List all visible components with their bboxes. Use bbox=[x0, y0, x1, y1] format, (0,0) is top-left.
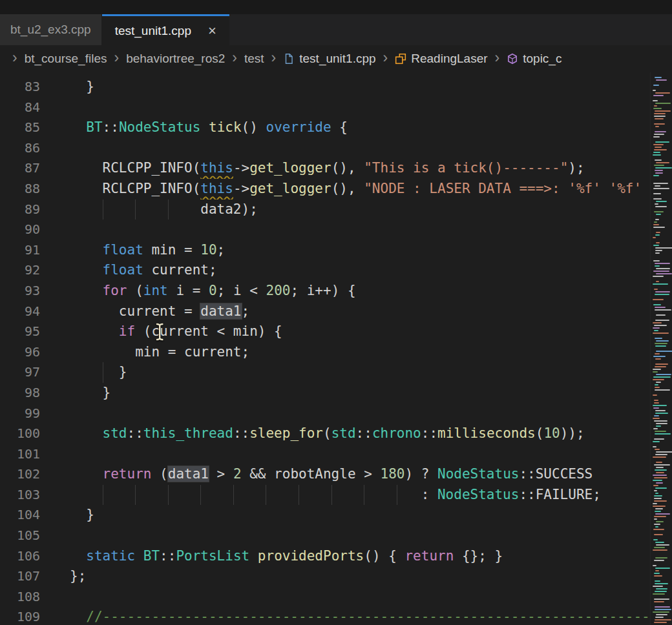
code-line-84[interactable]: 84 bbox=[0, 97, 672, 118]
code-line-109[interactable]: 109 //----------------------------------… bbox=[0, 607, 672, 625]
ibeam-cursor bbox=[155, 323, 165, 343]
indent-guide bbox=[299, 485, 299, 506]
code-line-105[interactable]: 105 bbox=[0, 526, 672, 546]
indent-guide bbox=[331, 485, 332, 506]
line-number[interactable]: 105 bbox=[0, 526, 40, 546]
line-number[interactable]: 93 bbox=[0, 281, 40, 302]
line-number[interactable]: 101 bbox=[0, 444, 40, 465]
indent-guide bbox=[103, 362, 103, 383]
code-line-106[interactable]: 106 static BT::PortsList providedPorts()… bbox=[0, 546, 672, 567]
line-number[interactable]: 104 bbox=[0, 505, 40, 526]
breadcrumb-item-test_unit1.cpp[interactable]: test_unit1.cpp bbox=[283, 52, 375, 66]
tab-label: test_unit1.cpp bbox=[115, 24, 191, 38]
code-line-89[interactable]: 89 data2); bbox=[0, 200, 672, 220]
line-number[interactable]: 89 bbox=[0, 200, 40, 220]
code-line-83[interactable]: 83 } bbox=[0, 77, 672, 97]
breadcrumb-label: ReadingLaser bbox=[411, 52, 487, 66]
code-editor[interactable]: 83 }8485 BT::NodeStatus tick() override … bbox=[0, 72, 672, 625]
breadcrumb: ›bt_course_files›behaviortree_ros2›test›… bbox=[0, 45, 672, 72]
code-line-95[interactable]: 95 if (current < min) { bbox=[0, 322, 672, 342]
line-number[interactable]: 99 bbox=[0, 404, 40, 424]
line-number[interactable]: 98 bbox=[0, 383, 40, 404]
minimap[interactable] bbox=[650, 72, 672, 625]
line-number[interactable]: 108 bbox=[0, 587, 40, 608]
line-number[interactable]: 94 bbox=[0, 302, 40, 322]
code-line-87[interactable]: 87 RCLCPP_INFO(this->get_logger(), "This… bbox=[0, 158, 672, 179]
chevron-right-icon: › bbox=[383, 50, 388, 65]
line-number[interactable]: 84 bbox=[0, 97, 40, 118]
line-number[interactable]: 85 bbox=[0, 118, 40, 138]
line-number[interactable]: 91 bbox=[0, 240, 40, 261]
code-line-102[interactable]: 102 return (data1 > 2 && robotAngle > 18… bbox=[0, 464, 672, 485]
tab-label: bt_u2_ex3.cpp bbox=[10, 23, 91, 37]
indent-guide bbox=[168, 485, 169, 506]
titlebar-strip bbox=[0, 0, 672, 14]
line-number[interactable]: 97 bbox=[0, 362, 40, 383]
line-number[interactable]: 95 bbox=[0, 322, 40, 342]
code-line-85[interactable]: 85 BT::NodeStatus tick() override { bbox=[0, 118, 672, 138]
breadcrumb-label: bt_course_files bbox=[25, 52, 107, 66]
chevron-right-icon: › bbox=[271, 50, 277, 65]
breadcrumb-label: test_unit1.cpp bbox=[299, 52, 375, 66]
chevron-right-icon: › bbox=[232, 50, 237, 65]
indent-guide bbox=[168, 200, 169, 220]
indent-guide bbox=[103, 485, 103, 506]
chevron-right-icon: › bbox=[12, 50, 17, 65]
tab-bar: bt_u2_ex3.cpp test_unit1.cpp × bbox=[0, 14, 672, 45]
code-line-88[interactable]: 88 RCLCPP_INFO(this->get_logger(), "NODE… bbox=[0, 179, 672, 200]
line-number[interactable]: 100 bbox=[0, 424, 40, 444]
class-symbol-icon bbox=[395, 53, 406, 65]
code-line-86[interactable]: 86 bbox=[0, 138, 672, 159]
code-line-107[interactable]: 107}; bbox=[0, 566, 672, 587]
indent-guide bbox=[233, 485, 234, 506]
line-number[interactable]: 109 bbox=[0, 607, 40, 625]
file-symbol-icon bbox=[283, 53, 295, 65]
line-number[interactable]: 107 bbox=[0, 566, 40, 587]
line-number[interactable]: 106 bbox=[0, 546, 40, 567]
code-line-104[interactable]: 104 } bbox=[0, 505, 672, 526]
indent-guide bbox=[135, 200, 136, 220]
breadcrumb-item-ReadingLaser[interactable]: ReadingLaser bbox=[395, 52, 487, 66]
line-number[interactable]: 103 bbox=[0, 485, 40, 506]
code-line-93[interactable]: 93 for (int i = 0; i < 200; i++) { bbox=[0, 281, 672, 302]
indent-guide bbox=[266, 485, 266, 506]
line-number[interactable]: 102 bbox=[0, 464, 40, 485]
code-line-100[interactable]: 100 std::this_thread::sleep_for(std::chr… bbox=[0, 424, 672, 444]
line-number[interactable]: 88 bbox=[0, 179, 40, 200]
breadcrumb-item-bt_course_files[interactable]: bt_course_files bbox=[25, 52, 107, 66]
tab-bt_u2_ex3[interactable]: bt_u2_ex3.cpp bbox=[0, 14, 102, 45]
line-number[interactable]: 92 bbox=[0, 260, 40, 281]
code-line-96[interactable]: 96 min = current; bbox=[0, 342, 672, 363]
code-line-90[interactable]: 90 bbox=[0, 220, 672, 240]
breadcrumb-label: test bbox=[244, 52, 264, 66]
indent-guide bbox=[200, 485, 201, 506]
line-number[interactable]: 96 bbox=[0, 342, 40, 363]
code-line-91[interactable]: 91 float min = 10; bbox=[0, 240, 672, 261]
indent-guide bbox=[135, 485, 136, 506]
code-line-103[interactable]: 103 : NodeStatus::FAILURE; bbox=[0, 485, 672, 506]
code-line-108[interactable]: 108 bbox=[0, 587, 672, 608]
code-line-92[interactable]: 92 float current; bbox=[0, 260, 672, 281]
code-line-99[interactable]: 99 bbox=[0, 404, 672, 424]
vscode-window: bt_u2_ex3.cpp test_unit1.cpp × ›bt_cours… bbox=[0, 0, 672, 625]
close-icon[interactable]: × bbox=[208, 24, 216, 38]
tab-test_unit1[interactable]: test_unit1.cpp × bbox=[102, 14, 229, 45]
method-symbol-icon bbox=[507, 53, 518, 65]
line-number[interactable]: 87 bbox=[0, 158, 40, 179]
code-line-97[interactable]: 97 } bbox=[0, 362, 672, 383]
code-line-94[interactable]: 94 current = data1; bbox=[0, 302, 672, 322]
line-number[interactable]: 83 bbox=[0, 77, 40, 97]
line-number[interactable]: 86 bbox=[0, 138, 40, 159]
breadcrumb-item-test[interactable]: test bbox=[244, 52, 264, 66]
chevron-right-icon: › bbox=[114, 50, 119, 65]
indent-guide bbox=[103, 200, 103, 220]
breadcrumb-item-topic_c[interactable]: topic_c bbox=[507, 52, 562, 66]
breadcrumb-label: behaviortree_ros2 bbox=[126, 52, 225, 66]
code-line-101[interactable]: 101 bbox=[0, 444, 672, 465]
indent-guide bbox=[364, 485, 364, 506]
code-line-98[interactable]: 98 } bbox=[0, 383, 672, 404]
indent-guide bbox=[397, 485, 397, 506]
line-number[interactable]: 90 bbox=[0, 220, 40, 240]
chevron-right-icon: › bbox=[495, 50, 500, 65]
breadcrumb-item-behaviortree_ros2[interactable]: behaviortree_ros2 bbox=[126, 52, 225, 66]
